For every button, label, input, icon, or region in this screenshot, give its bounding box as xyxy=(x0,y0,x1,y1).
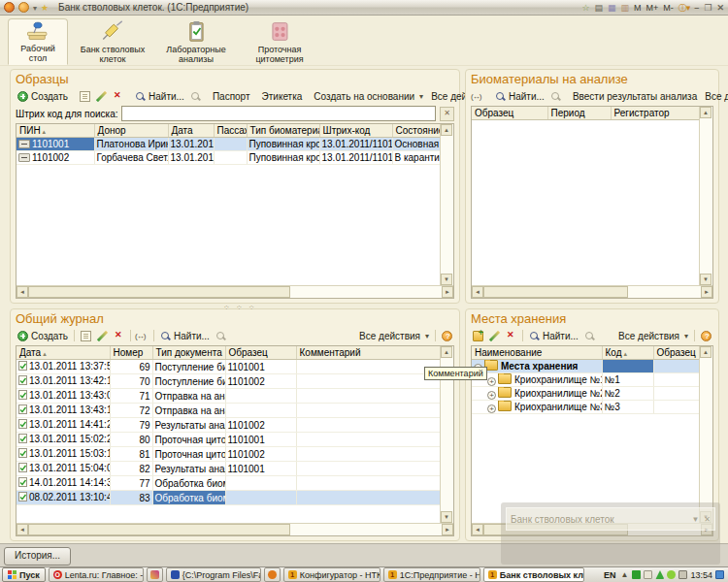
delete-button[interactable] xyxy=(112,330,126,342)
cell-number[interactable]: 83 xyxy=(110,491,152,505)
tray-display-icon[interactable] xyxy=(678,570,687,579)
cell-sample[interactable]: 1101001 xyxy=(225,433,296,447)
cell-barcode[interactable]: 13.01.2011/1101001/... xyxy=(319,138,392,151)
cell-comment[interactable] xyxy=(296,404,441,418)
cell-date[interactable]: 13.01.2011 13:37:53 xyxy=(17,360,110,374)
tray-status-icon[interactable] xyxy=(667,570,676,579)
memory-plus-button[interactable]: M+ xyxy=(646,3,659,13)
cell-date[interactable]: 13.01.2011 15:02:20 xyxy=(17,433,110,447)
delete-button[interactable] xyxy=(111,90,125,103)
find-button[interactable]: Найти... xyxy=(158,330,212,342)
memory-button[interactable]: M xyxy=(634,3,642,13)
cell-passage[interactable] xyxy=(214,138,247,151)
cell-number[interactable]: 69 xyxy=(110,360,152,374)
scrollbar-thumb[interactable] xyxy=(28,524,290,535)
cell-number[interactable]: 81 xyxy=(110,447,152,462)
clear-search-button[interactable] xyxy=(440,107,454,121)
cell-type[interactable]: Пуповинная кровь xyxy=(247,151,319,165)
language-indicator[interactable]: EN xyxy=(602,570,618,580)
etiketka-button[interactable]: Этикетка xyxy=(260,90,305,103)
tray-app-icon[interactable] xyxy=(632,570,641,579)
chevron-down-icon[interactable] xyxy=(33,2,37,13)
cell-doctype[interactable]: Обработка биоматер... xyxy=(152,476,225,491)
cell-number[interactable]: 71 xyxy=(110,389,152,404)
cell-sample[interactable]: 1101001 xyxy=(225,462,296,476)
cell-type[interactable]: Пуповинная кровь xyxy=(247,138,319,151)
cell-doctype[interactable]: Поступление биомат... xyxy=(152,360,225,374)
table-row[interactable]: Места хранения xyxy=(472,360,700,373)
set-period-button[interactable] xyxy=(471,90,485,103)
col-date[interactable]: Дата xyxy=(168,124,214,138)
scroll-left-button[interactable] xyxy=(17,286,28,298)
help-button[interactable] xyxy=(440,330,454,342)
vertical-scrollbar[interactable] xyxy=(699,346,712,523)
table-row[interactable]: Криохранилище №2 №2 xyxy=(472,387,700,401)
col-biomaterial-type[interactable]: Тип биоматериала xyxy=(247,124,319,138)
cell-date[interactable]: 08.02.2011 13:10:48 xyxy=(17,491,110,505)
col-date[interactable]: Дата xyxy=(17,346,110,360)
table-row[interactable]: 13.01.2011 13:43:16 72 Отправка на анали… xyxy=(17,404,441,418)
cell-comment[interactable] xyxy=(296,491,441,505)
cell-date[interactable]: 13.01.2011 13:43:16 xyxy=(17,404,110,418)
tab-stem-cell-bank[interactable]: Банк стволовых клеток xyxy=(74,18,151,65)
taskbar-item-opera[interactable]: OLenta.ru: Главное: - Op... xyxy=(49,567,144,582)
cell-date[interactable]: 13.01.2011 xyxy=(168,138,214,151)
scroll-up-button[interactable] xyxy=(441,346,452,358)
scroll-down-button[interactable] xyxy=(441,511,452,523)
col-state[interactable]: Состояние xyxy=(392,124,441,138)
col-period[interactable]: Период xyxy=(547,107,611,120)
col-registrar[interactable]: Регистратор xyxy=(611,107,700,120)
cell-doctype[interactable]: Проточная цитометрия xyxy=(152,447,225,462)
create-button[interactable]: Создать xyxy=(16,90,70,103)
main-menu-button[interactable] xyxy=(18,2,29,13)
calendar-icon[interactable] xyxy=(621,3,630,13)
minimize-button[interactable] xyxy=(694,3,699,13)
find-button[interactable]: Найти... xyxy=(527,330,580,342)
edit-button[interactable] xyxy=(487,330,502,342)
col-code[interactable]: Код xyxy=(602,346,653,360)
tray-document-icon[interactable] xyxy=(644,570,652,579)
set-period-button[interactable] xyxy=(135,330,149,342)
cell-date[interactable]: 13.01.2011 14:41:24 xyxy=(17,418,110,433)
cell-sample[interactable] xyxy=(225,491,296,505)
table-row[interactable]: 13.01.2011 15:02:20 80 Проточная цитомет… xyxy=(17,433,441,447)
link-icon[interactable] xyxy=(595,3,604,13)
cell-sample[interactable]: 1101001 xyxy=(225,360,296,374)
cell-doctype[interactable]: Результаты анализов xyxy=(152,418,225,433)
scroll-up-button[interactable] xyxy=(441,124,452,136)
barcode-search-input[interactable] xyxy=(121,106,436,121)
info-menu-icon[interactable] xyxy=(678,3,690,13)
tab-desktop[interactable]: Рабочий стол xyxy=(8,18,68,65)
scroll-right-button[interactable] xyxy=(701,286,712,298)
all-actions-button[interactable]: Все действия xyxy=(616,330,690,342)
tray-expand-icon[interactable]: ▲ xyxy=(620,570,629,579)
col-comment[interactable]: Комментарий xyxy=(296,346,441,360)
horizontal-scrollbar[interactable] xyxy=(472,285,712,298)
scroll-left-button[interactable] xyxy=(472,286,483,298)
cell-doctype[interactable]: Проточная цитометрия xyxy=(152,433,225,447)
cell-name[interactable]: Места хранения xyxy=(472,360,602,373)
col-passage[interactable]: Пассаж xyxy=(214,124,247,138)
taskbar-item-far[interactable]: {C:\Program Files\Far2} ... xyxy=(166,567,261,582)
cell-number[interactable]: 77 xyxy=(110,476,152,491)
cell-state[interactable]: В карантине xyxy=(392,151,441,165)
taskbar-item-misc[interactable] xyxy=(264,567,281,582)
taskbar-item-paint[interactable] xyxy=(147,567,163,582)
all-actions-button[interactable]: Все действия xyxy=(357,330,431,342)
cell-sample[interactable]: 1101002 xyxy=(225,374,296,389)
scroll-down-button[interactable] xyxy=(441,274,452,285)
cell-sample[interactable] xyxy=(225,389,296,404)
cell-doctype[interactable]: Обработка биоматер... xyxy=(152,491,225,505)
restore-button[interactable] xyxy=(704,3,711,13)
cell-sample[interactable] xyxy=(653,373,700,387)
vertical-scrollbar[interactable] xyxy=(440,124,453,285)
cell-comment[interactable] xyxy=(296,462,441,476)
cell-comment[interactable] xyxy=(296,476,441,491)
create-based-on-button[interactable]: Создать на основании xyxy=(312,90,425,103)
cell-date[interactable]: 13.01.2011 13:43:00 xyxy=(17,389,110,404)
cell-date[interactable]: 13.01.2011 13:42:13 xyxy=(17,374,110,389)
start-button[interactable]: Пуск xyxy=(2,567,46,582)
cell-pin[interactable]: 1101002 xyxy=(17,151,94,165)
scrollbar-thumb[interactable] xyxy=(28,286,290,298)
delete-button[interactable] xyxy=(504,330,518,342)
